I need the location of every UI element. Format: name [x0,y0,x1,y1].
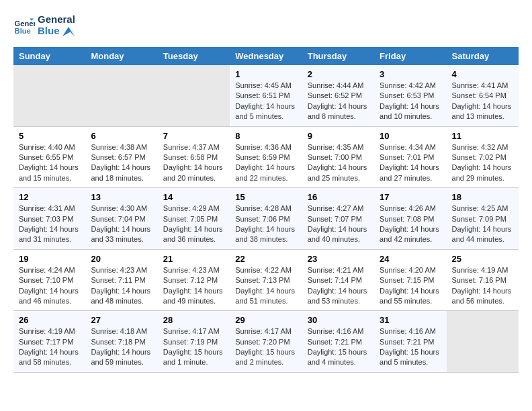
svg-text:Blue: Blue [15,27,31,35]
day-info: Sunrise: 4:28 AM Sunset: 7:06 PM Dayligh… [235,203,296,245]
day-number: 5 [19,131,80,141]
day-number: 20 [91,254,152,264]
day-info: Sunrise: 4:22 AM Sunset: 7:13 PM Dayligh… [235,265,296,307]
day-number: 8 [235,131,296,141]
calendar-cell: 22Sunrise: 4:22 AM Sunset: 7:13 PM Dayli… [230,249,302,311]
calendar-cell: 13Sunrise: 4:30 AM Sunset: 7:04 PM Dayli… [85,188,157,250]
calendar-cell: 28Sunrise: 4:17 AM Sunset: 7:19 PM Dayli… [158,311,230,373]
day-number: 11 [452,131,513,141]
day-number: 27 [91,315,152,325]
calendar-cell [13,65,85,126]
day-info: Sunrise: 4:30 AM Sunset: 7:04 PM Dayligh… [91,203,152,245]
calendar-cell: 27Sunrise: 4:18 AM Sunset: 7:18 PM Dayli… [85,311,157,373]
calendar-cell: 12Sunrise: 4:31 AM Sunset: 7:03 PM Dayli… [13,188,85,250]
calendar-cell: 1Sunrise: 4:45 AM Sunset: 6:51 PM Daylig… [230,65,302,126]
calendar-week-row: 12Sunrise: 4:31 AM Sunset: 7:03 PM Dayli… [13,188,519,250]
day-info: Sunrise: 4:19 AM Sunset: 7:16 PM Dayligh… [452,265,513,307]
day-info: Sunrise: 4:21 AM Sunset: 7:14 PM Dayligh… [308,265,369,307]
svg-marker-3 [62,27,75,36]
day-info: Sunrise: 4:44 AM Sunset: 6:52 PM Dayligh… [308,81,369,122]
day-number: 7 [163,131,224,141]
day-number: 28 [163,315,224,325]
day-info: Sunrise: 4:17 AM Sunset: 7:19 PM Dayligh… [163,326,224,368]
day-number: 4 [452,69,513,79]
day-number: 24 [380,254,441,264]
day-info: Sunrise: 4:18 AM Sunset: 7:18 PM Dayligh… [91,326,152,368]
calendar-body: 1Sunrise: 4:45 AM Sunset: 6:51 PM Daylig… [13,65,519,372]
calendar-cell: 6Sunrise: 4:38 AM Sunset: 6:57 PM Daylig… [85,126,157,188]
day-number: 18 [452,192,513,202]
day-number: 30 [308,315,369,325]
day-number: 22 [235,254,296,264]
day-info: Sunrise: 4:16 AM Sunset: 7:21 PM Dayligh… [308,326,369,368]
calendar-cell: 7Sunrise: 4:37 AM Sunset: 6:58 PM Daylig… [158,126,230,188]
day-info: Sunrise: 4:23 AM Sunset: 7:11 PM Dayligh… [91,265,152,307]
logo-arrow-icon [62,27,75,36]
day-number: 16 [308,192,369,202]
day-info: Sunrise: 4:35 AM Sunset: 7:00 PM Dayligh… [308,142,369,184]
day-number: 21 [163,254,224,264]
logo-icon: General Blue [13,14,35,36]
calendar-cell: 11Sunrise: 4:32 AM Sunset: 7:02 PM Dayli… [447,126,519,188]
day-info: Sunrise: 4:19 AM Sunset: 7:17 PM Dayligh… [19,326,80,368]
calendar-cell: 18Sunrise: 4:25 AM Sunset: 7:09 PM Dayli… [447,188,519,250]
calendar-cell [447,311,519,373]
weekday-header-monday: Monday [85,47,157,65]
day-number: 23 [308,254,369,264]
calendar-cell: 29Sunrise: 4:17 AM Sunset: 7:20 PM Dayli… [230,311,302,373]
calendar-week-row: 1Sunrise: 4:45 AM Sunset: 6:51 PM Daylig… [13,65,519,126]
calendar-cell: 10Sunrise: 4:34 AM Sunset: 7:01 PM Dayli… [374,126,446,188]
calendar-cell: 21Sunrise: 4:23 AM Sunset: 7:12 PM Dayli… [158,249,230,311]
day-number: 15 [235,192,296,202]
day-number: 10 [380,131,441,141]
day-info: Sunrise: 4:26 AM Sunset: 7:08 PM Dayligh… [380,203,441,245]
calendar-cell: 25Sunrise: 4:19 AM Sunset: 7:16 PM Dayli… [447,249,519,311]
svg-text:General: General [15,19,35,28]
weekday-header-thursday: Thursday [302,47,374,65]
day-info: Sunrise: 4:37 AM Sunset: 6:58 PM Dayligh… [163,142,224,184]
calendar-week-row: 19Sunrise: 4:24 AM Sunset: 7:10 PM Dayli… [13,249,519,311]
day-info: Sunrise: 4:38 AM Sunset: 6:57 PM Dayligh… [91,142,152,184]
day-number: 6 [91,131,152,141]
day-number: 2 [308,69,369,79]
weekday-header-row: SundayMondayTuesdayWednesdayThursdayFrid… [13,47,519,65]
day-info: Sunrise: 4:16 AM Sunset: 7:21 PM Dayligh… [380,326,441,368]
calendar-week-row: 5Sunrise: 4:40 AM Sunset: 6:55 PM Daylig… [13,126,519,188]
logo-blue: Blue [38,25,75,36]
weekday-header-friday: Friday [374,47,446,65]
calendar-cell: 15Sunrise: 4:28 AM Sunset: 7:06 PM Dayli… [230,188,302,250]
calendar-cell: 31Sunrise: 4:16 AM Sunset: 7:21 PM Dayli… [374,311,446,373]
day-number: 9 [308,131,369,141]
day-info: Sunrise: 4:17 AM Sunset: 7:20 PM Dayligh… [235,326,296,368]
day-info: Sunrise: 4:34 AM Sunset: 7:01 PM Dayligh… [380,142,441,184]
calendar-cell: 30Sunrise: 4:16 AM Sunset: 7:21 PM Dayli… [302,311,374,373]
day-info: Sunrise: 4:40 AM Sunset: 6:55 PM Dayligh… [19,142,80,184]
day-number: 14 [163,192,224,202]
calendar-cell [85,65,157,126]
weekday-header-saturday: Saturday [447,47,519,65]
day-info: Sunrise: 4:25 AM Sunset: 7:09 PM Dayligh… [452,203,513,245]
day-info: Sunrise: 4:42 AM Sunset: 6:53 PM Dayligh… [380,81,441,122]
calendar-cell: 26Sunrise: 4:19 AM Sunset: 7:17 PM Dayli… [13,311,85,373]
day-info: Sunrise: 4:36 AM Sunset: 6:59 PM Dayligh… [235,142,296,184]
calendar-cell: 4Sunrise: 4:41 AM Sunset: 6:54 PM Daylig… [447,65,519,126]
day-info: Sunrise: 4:31 AM Sunset: 7:03 PM Dayligh… [19,203,80,245]
calendar-cell: 5Sunrise: 4:40 AM Sunset: 6:55 PM Daylig… [13,126,85,188]
weekday-header-wednesday: Wednesday [230,47,302,65]
calendar-table: SundayMondayTuesdayWednesdayThursdayFrid… [13,47,519,373]
day-number: 12 [19,192,80,202]
calendar-header: SundayMondayTuesdayWednesdayThursdayFrid… [13,47,519,65]
logo: General Blue General Blue [13,13,75,36]
calendar-cell: 23Sunrise: 4:21 AM Sunset: 7:14 PM Dayli… [302,249,374,311]
day-info: Sunrise: 4:32 AM Sunset: 7:02 PM Dayligh… [452,142,513,184]
day-number: 1 [235,69,296,79]
day-info: Sunrise: 4:41 AM Sunset: 6:54 PM Dayligh… [452,81,513,122]
day-info: Sunrise: 4:29 AM Sunset: 7:05 PM Dayligh… [163,203,224,245]
day-number: 29 [235,315,296,325]
weekday-header-tuesday: Tuesday [158,47,230,65]
calendar-cell: 19Sunrise: 4:24 AM Sunset: 7:10 PM Dayli… [13,249,85,311]
day-info: Sunrise: 4:23 AM Sunset: 7:12 PM Dayligh… [163,265,224,307]
day-info: Sunrise: 4:45 AM Sunset: 6:51 PM Dayligh… [235,81,296,122]
calendar-cell: 17Sunrise: 4:26 AM Sunset: 7:08 PM Dayli… [374,188,446,250]
calendar-cell: 14Sunrise: 4:29 AM Sunset: 7:05 PM Dayli… [158,188,230,250]
